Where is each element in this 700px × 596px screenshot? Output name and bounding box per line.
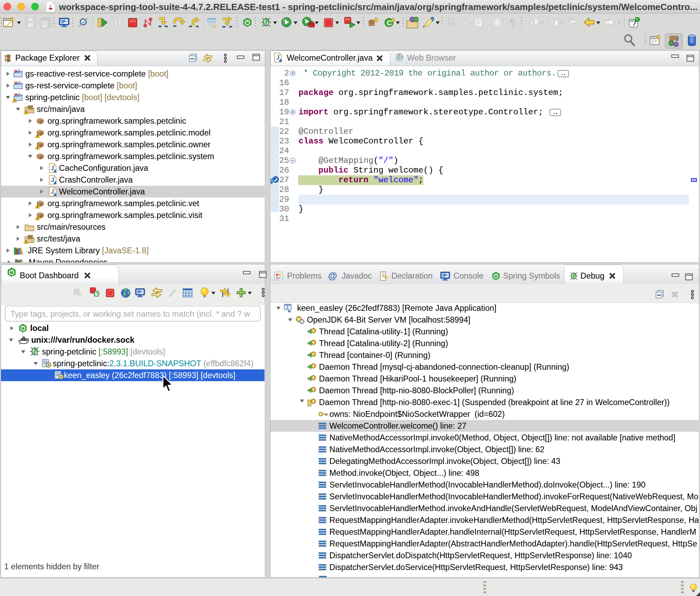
svg-text:J: J — [675, 36, 679, 42]
